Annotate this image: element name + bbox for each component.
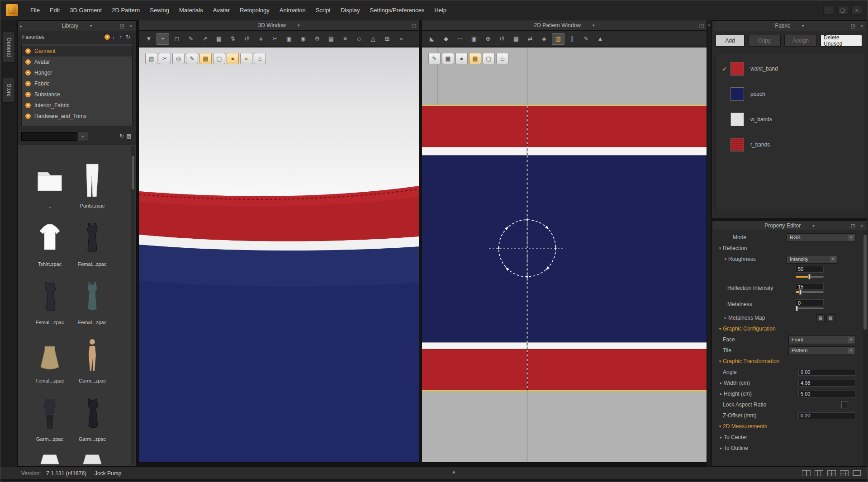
library-item-female-dress-teal[interactable]: Femal...zpac — [72, 275, 112, 326]
maximize-icon[interactable]: ▢ — [837, 6, 848, 14]
menu-retopology[interactable]: Retopology — [235, 0, 275, 20]
property-scrollbar[interactable] — [863, 231, 867, 466]
float-panel-icon[interactable]: ◳ — [411, 23, 417, 28]
fabric-row-w-bands[interactable]: w_bands — [716, 107, 864, 132]
library-item-tshirt[interactable]: Tshirt.zpac — [30, 217, 70, 268]
chevron-down-icon[interactable]: ▾ — [593, 23, 595, 28]
float-panel-icon[interactable]: ◳ — [119, 23, 125, 29]
fabric-row-r-bands[interactable]: r_bands — [716, 132, 864, 157]
select-move-icon[interactable]: + — [157, 33, 169, 45]
tab-general[interactable]: General — [3, 32, 15, 63]
library-item-female-dress[interactable]: Femal...zpac — [72, 217, 112, 268]
chevron-down-icon[interactable]: ▾ — [802, 24, 804, 28]
grid-2d-icon[interactable]: ▦ — [510, 33, 522, 45]
refresh-icon[interactable]: ↻ — [124, 34, 132, 40]
menu-file[interactable]: File — [25, 0, 45, 20]
garment-3d[interactable] — [139, 186, 419, 463]
pen-icon[interactable]: ✎ — [185, 33, 197, 45]
expand-arrow-icon[interactable]: ▸ — [718, 446, 724, 450]
layers-icon[interactable]: ▤ — [325, 33, 337, 45]
favorite-fabric[interactable]: Fabric — [22, 78, 132, 89]
dock-right-icon[interactable]: » — [708, 23, 710, 27]
menu-edit[interactable]: Edit — [45, 0, 65, 20]
add-point-icon[interactable]: ⊕ — [482, 33, 494, 45]
app-logo-icon[interactable] — [6, 4, 18, 16]
grid-icon[interactable]: # — [255, 33, 267, 45]
2d-pattern-canvas[interactable] — [422, 47, 707, 463]
avatar-silhouette-icon[interactable]: ● — [455, 53, 468, 64]
chevron-down-icon[interactable]: ▾ — [812, 223, 815, 228]
show-pins-icon[interactable]: ◎ — [172, 53, 185, 64]
library-item-partial[interactable] — [30, 450, 70, 466]
steam-icon[interactable]: ♨ — [254, 53, 266, 64]
collapse-arrow-icon[interactable]: ▾ — [723, 257, 728, 261]
favorite-garment[interactable]: Garment — [22, 46, 132, 57]
diamond-icon[interactable]: ◇ — [353, 33, 365, 45]
2d-viewport[interactable]: ✎ ▦ ● ▤ ▢ ♨ — [422, 47, 707, 463]
collapse-arrow-icon[interactable]: ▾ — [717, 359, 723, 364]
expand-statusbar-icon[interactable]: ▲ — [451, 469, 456, 474]
library-item-garment-avatar[interactable]: Garm...zpac — [72, 334, 112, 384]
reflection-section[interactable]: ▾ Reflection — [712, 243, 863, 254]
layout-four-grid-icon[interactable] — [827, 470, 836, 476]
dock-arrow-icon[interactable]: ▸ — [20, 21, 22, 31]
show-3d-overlay-icon[interactable]: ▲ — [594, 33, 607, 45]
edit-pattern-icon[interactable]: ◆ — [440, 33, 452, 45]
select-box-icon[interactable]: ◻ — [171, 33, 183, 45]
face-select[interactable]: Front ▾ — [788, 336, 855, 344]
menu-materials[interactable]: Materials — [174, 0, 208, 20]
z-offset-field[interactable]: 0.20 — [798, 412, 855, 419]
library-item-female-dress[interactable]: Femal...zpac — [30, 275, 70, 326]
rotate-icon[interactable]: ↺ — [496, 33, 508, 45]
avatar-display-icon[interactable]: ● — [240, 53, 252, 64]
library-item-female-skirt[interactable]: Femal...zpac — [30, 334, 70, 384]
minimize-icon[interactable]: – — [823, 6, 834, 14]
pen-overlay-icon[interactable]: ✎ — [186, 53, 198, 64]
pattern-white-bottom[interactable] — [422, 342, 707, 349]
delete-unused-button[interactable]: Delete Unused — [821, 35, 862, 47]
collapse-arrow-icon[interactable]: ▾ — [717, 326, 723, 331]
to-outline-row[interactable]: ▸ To Outline — [712, 443, 863, 454]
menu-2d-pattern[interactable]: 2D Pattern — [107, 0, 145, 20]
edit-texture-icon[interactable]: ▥ — [552, 33, 564, 45]
close-panel-icon[interactable]: × — [859, 223, 865, 228]
stripe-icon[interactable]: ∥ — [566, 33, 579, 45]
menu-display[interactable]: Display — [336, 0, 365, 20]
menu-avatar[interactable]: Avatar — [208, 0, 235, 20]
close-icon[interactable]: × — [851, 6, 862, 14]
menu-sewing[interactable]: Sewing — [145, 0, 174, 20]
fabric-row-waist-band[interactable]: ✓ waist_band — [716, 56, 864, 81]
metalness-slider[interactable] — [796, 307, 824, 309]
download-icon[interactable]: ↓ — [110, 34, 117, 40]
grid-toggle-icon[interactable]: ▦ — [442, 53, 454, 64]
roughness-type-select[interactable]: Intensity ▾ — [787, 255, 837, 264]
graphic-transformation-section[interactable]: ▾ Graphic Transformation — [712, 356, 863, 367]
add-pattern-icon[interactable]: ▣ — [468, 33, 480, 45]
angle-field[interactable]: 0.00 — [798, 369, 855, 376]
menu-animation[interactable]: Animation — [275, 0, 311, 20]
library-item-parent-folder[interactable]: .. — [30, 159, 70, 209]
solidify-icon[interactable]: ▣ — [283, 33, 295, 45]
metalness-field[interactable]: 0 — [796, 299, 824, 306]
pin-icon[interactable]: ▦ — [213, 33, 225, 45]
pen-toggle-icon[interactable]: ✎ — [428, 53, 441, 64]
pen-2d-icon[interactable]: ✎ — [580, 33, 593, 45]
show-texture-2d-icon[interactable]: ▤ — [469, 53, 481, 64]
scissors-icon[interactable]: ✂ — [269, 33, 281, 45]
expand-arrow-icon[interactable]: ▸ — [723, 316, 728, 320]
refresh-library-icon[interactable]: ↻ — [118, 133, 125, 139]
fabric-swatch[interactable] — [730, 113, 744, 126]
steam-2d-icon[interactable]: ♨ — [496, 53, 508, 64]
search-dropdown-icon[interactable]: ▾ — [77, 132, 88, 141]
search-input[interactable] — [21, 132, 76, 141]
show-mesh-2d-icon[interactable]: ▢ — [483, 53, 495, 64]
menu-script[interactable]: Script — [311, 0, 336, 20]
height-field[interactable]: 5.00 — [798, 391, 855, 397]
float-panel-icon[interactable]: ◳ — [850, 23, 856, 29]
transform-pattern-icon[interactable]: ◣ — [426, 33, 438, 45]
triangle-icon[interactable]: △ — [367, 33, 379, 45]
favorite-avatar[interactable]: Avatar — [22, 57, 132, 67]
lock-aspect-checkbox[interactable] — [841, 402, 848, 408]
pattern-red-top[interactable] — [422, 106, 707, 147]
pattern-red-bottom[interactable] — [422, 349, 707, 391]
